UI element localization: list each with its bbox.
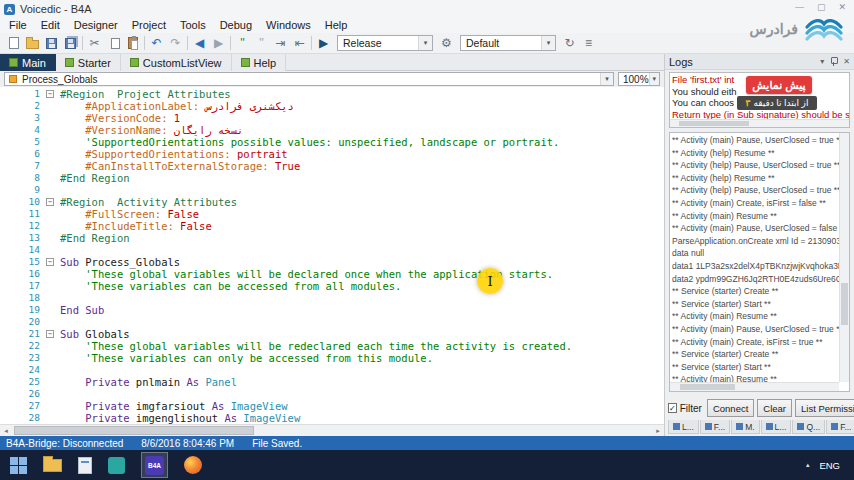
dock-tab-strip: L...F...M.L...Q...F... — [668, 420, 852, 434]
language-indicator[interactable]: ENG — [819, 460, 840, 471]
dock-tab-4[interactable]: Q... — [792, 420, 825, 434]
outdent-icon[interactable]: ⇤ — [290, 34, 309, 52]
chevron-down-icon[interactable]: ▾ — [541, 36, 555, 50]
scrollbar-thumb[interactable] — [680, 384, 735, 390]
indent-icon[interactable]: ⇥ — [271, 34, 290, 52]
dock-tab-5[interactable]: F... — [826, 420, 854, 434]
code-token-plain: imgfarsiout — [136, 400, 212, 412]
menu-debug[interactable]: Debug — [213, 18, 259, 33]
chevron-down-icon[interactable]: ▾ — [600, 73, 613, 85]
fold-marker-icon[interactable]: − — [46, 90, 54, 98]
menu-designer[interactable]: Designer — [67, 18, 125, 33]
code-token-type: ImageView — [243, 412, 300, 424]
tab-starter[interactable]: Starter — [56, 54, 121, 71]
paste-icon[interactable] — [123, 34, 142, 52]
menu-project[interactable]: Project — [125, 18, 173, 33]
line-number: 24 — [0, 364, 40, 376]
dock-tab-2[interactable]: M. — [731, 420, 759, 434]
logs-buttons-row: ✓ Filter ConnectClearList Permissions — [668, 398, 852, 418]
member-selector[interactable]: Process_Globals ▾ — [4, 72, 614, 86]
clean-project-icon[interactable]: ≡ — [579, 34, 598, 52]
hidden-icons-chevron[interactable]: ▴ — [806, 461, 810, 469]
logs-horizontal-scrollbar[interactable] — [670, 382, 839, 391]
copy-icon[interactable] — [104, 34, 123, 52]
build-configuration-combo-value: Release — [343, 37, 414, 49]
navigate-forward-icon[interactable]: ▶ — [209, 34, 228, 52]
run-icon[interactable]: ▶ — [314, 34, 333, 52]
tab-customlistview[interactable]: CustomListView — [121, 54, 232, 71]
close-panel-icon[interactable]: ✕ — [843, 57, 850, 66]
dock-menu-icon[interactable]: ▾ — [820, 57, 824, 66]
undo-icon[interactable]: ↶ — [147, 34, 166, 52]
menu-help[interactable]: Help — [318, 18, 355, 33]
document-app-icon[interactable] — [78, 457, 92, 474]
comment-icon[interactable]: '' — [233, 34, 252, 52]
log-list[interactable]: ** Activity (main) Pause, UserClosed = t… — [669, 132, 850, 392]
scrollbar-thumb[interactable] — [14, 426, 254, 435]
connect-button[interactable]: Connect — [707, 399, 754, 417]
warnings-horizontal-scrollbar[interactable] — [670, 119, 849, 127]
menu-windows[interactable]: Windows — [259, 18, 318, 33]
status-bar: B4A-Bridge: Disconnected 8/6/2016 8:04:4… — [0, 436, 854, 450]
designer-app-icon[interactable] — [108, 457, 125, 474]
dock-tab-3[interactable]: L... — [761, 420, 792, 434]
time-range-badge: از ابتدا تا دقیقه ۳ — [737, 96, 817, 110]
chevron-down-icon[interactable]: ▾ — [649, 73, 659, 85]
dock-tab-icon — [766, 423, 773, 430]
zoom-selector[interactable]: 100% ▾ — [618, 72, 660, 86]
menu-tools[interactable]: Tools — [173, 18, 213, 33]
cut-icon[interactable]: ✂ — [85, 34, 104, 52]
code-line: 23 'These variables can only be accessed… — [0, 352, 652, 364]
save-icon[interactable] — [42, 34, 61, 52]
code-editor[interactable]: 1−#Region Project Attributes2 #Applicati… — [0, 87, 664, 424]
build-configuration-combo[interactable]: Release▾ — [337, 35, 433, 51]
chevron-down-icon[interactable]: ▾ — [418, 36, 432, 50]
log-entry: ParseApplication.onCreate xml Id = 21309… — [672, 235, 847, 248]
code-token-plain: pnlmain — [136, 376, 187, 388]
line-number: 7 — [0, 160, 40, 172]
refresh-icon[interactable]: ↻ — [560, 34, 579, 52]
dock-tab-0[interactable]: L... — [668, 420, 699, 434]
navigate-back-icon[interactable]: ◀ — [190, 34, 209, 52]
maximize-button[interactable]: ▢ — [817, 2, 826, 12]
open-folder-icon[interactable] — [23, 34, 42, 52]
navigator-row: Process_Globals ▾ 100% ▾ — [0, 71, 664, 87]
fold-marker-icon[interactable]: − — [46, 330, 54, 338]
tab-help[interactable]: Help — [232, 54, 287, 71]
browser-icon[interactable] — [184, 456, 202, 474]
logs-vertical-scrollbar[interactable] — [839, 133, 849, 382]
line-number: 11 — [0, 208, 40, 220]
redo-icon[interactable]: ↷ — [166, 34, 185, 52]
save-all-icon[interactable] — [61, 34, 80, 52]
scrollbar-thumb[interactable] — [679, 121, 749, 126]
fold-marker-icon[interactable]: − — [46, 198, 54, 206]
line-number: 4 — [0, 124, 40, 136]
file-explorer-icon[interactable] — [43, 459, 62, 472]
conditional-symbols-combo[interactable]: Default▾ — [460, 35, 556, 51]
minimize-button[interactable]: — — [795, 2, 804, 12]
list-permissions-button[interactable]: List Permissions — [795, 399, 854, 417]
code-line: 2 #ApplicationLabel: دیکشنری فرادرس — [0, 100, 652, 112]
editor-horizontal-scrollbar[interactable]: ◂ ▸ — [0, 424, 664, 436]
pin-icon[interactable] — [830, 57, 837, 66]
tab-main[interactable]: Main — [0, 54, 56, 71]
log-entry: ** Activity (main) Resume ** — [672, 210, 847, 223]
clear-button[interactable]: Clear — [757, 399, 792, 417]
b4a-taskbar-button[interactable]: B4A — [141, 452, 168, 478]
filter-checkbox[interactable]: ✓ — [668, 403, 677, 413]
code-token-val: 1 — [174, 112, 180, 124]
settings-icon[interactable]: ⚙ — [437, 34, 456, 52]
scrollbar-thumb[interactable] — [841, 283, 848, 325]
code-token-attr: #VersionName: — [60, 124, 174, 136]
close-button[interactable]: ✕ — [838, 2, 846, 12]
dock-tab-icon — [797, 423, 804, 430]
menu-file[interactable]: File — [2, 18, 34, 33]
menu-edit[interactable]: Edit — [34, 18, 67, 33]
uncomment-icon[interactable]: '' — [252, 34, 271, 52]
fold-marker-icon[interactable]: − — [46, 258, 54, 266]
start-button[interactable] — [10, 457, 27, 474]
dock-tab-label: M. — [745, 422, 754, 432]
dock-tab-1[interactable]: F... — [700, 420, 730, 434]
new-file-icon[interactable] — [4, 34, 23, 52]
code-line: 27 Private imgfarsiout As ImageView — [0, 400, 652, 412]
